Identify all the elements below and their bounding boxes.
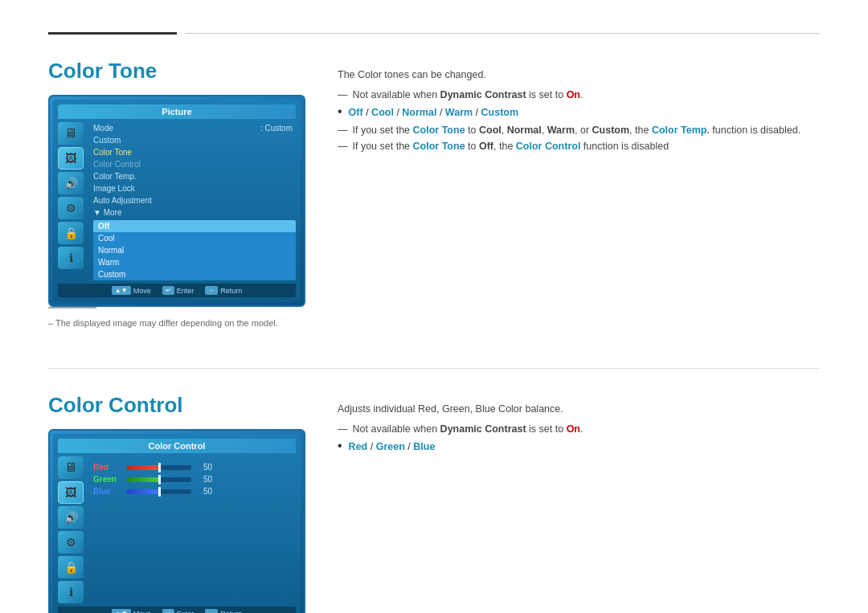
top-rule xyxy=(48,32,820,35)
return-label: Return xyxy=(220,287,242,295)
osd-menu-list: Mode : Custom Custom Color Tone xyxy=(90,122,296,219)
bullet-symbol: • xyxy=(338,105,342,118)
cc-em-dash1-symbol: — xyxy=(338,423,348,435)
gear-icon: ⚙ xyxy=(66,202,76,215)
bullet-content: Off / Cool / Normal / Warm / Custom xyxy=(349,107,518,118)
cc-link: Color Control xyxy=(516,141,581,152)
move-label: Move xyxy=(133,287,151,295)
ct-temp-link: Color Temp. xyxy=(652,125,710,136)
cc-osd-icon-sound: 🔊 xyxy=(58,506,84,529)
color-control-section: Color Control Color Control 🖥 🖼 xyxy=(48,393,820,613)
osd-icon-picture: 🖼 xyxy=(58,147,84,170)
section-divider xyxy=(48,368,820,369)
colortone-desc1: The Color tones can be changed. xyxy=(338,67,820,83)
cc-bullet-red: Red xyxy=(349,441,368,452)
color-tone-right: The Color tones can be changed. — Not av… xyxy=(338,59,820,328)
color-tone-osd-title: Picture xyxy=(58,104,296,119)
cc-red-bar xyxy=(127,465,191,470)
color-control-osd-mockup: Color Control 🖥 🖼 🔊 xyxy=(48,429,305,613)
emdash1-text: Not available when Dynamic Contrast is s… xyxy=(353,89,583,100)
cc-osd-icon-settings: ⚙ xyxy=(58,531,84,554)
cc-green-fill xyxy=(127,477,159,482)
cc-osd-icon-picture: 🖼 xyxy=(58,481,84,504)
osd-icon-monitor: 🖥 xyxy=(58,122,84,145)
cc-osd-icon-monitor: 🖥 xyxy=(58,456,84,479)
color-tone-section: Color Tone Picture 🖥 🖼 xyxy=(48,59,820,328)
osd-colortone-item: Color Tone xyxy=(90,146,296,158)
normal-bold: Normal xyxy=(507,125,542,136)
cc-move-label: Move xyxy=(133,610,151,614)
osd-imagelock-item: Image Lock xyxy=(90,182,296,194)
osd-return: ← Return xyxy=(205,286,242,295)
cc-move-button: ▲▼ xyxy=(112,609,131,613)
cc-green-label: Green xyxy=(93,475,122,484)
em-dash-symbol: — xyxy=(338,89,348,100)
cc-return-button: ← xyxy=(205,609,218,613)
cc-green-handle xyxy=(158,475,161,484)
cc-osd-enter: ↵ Enter xyxy=(162,609,194,613)
bullet-custom: Custom xyxy=(481,107,519,118)
warm-bold: Warm xyxy=(547,125,575,136)
cc-blue-bar xyxy=(127,489,191,494)
osd-dropdown-custom: Custom xyxy=(93,268,296,280)
colortone-emdash1: — Not available when Dynamic Contrast is… xyxy=(338,89,820,100)
osd-colortemp-label: Color Temp. xyxy=(93,172,137,181)
colortone-bullet: • Off / Cool / Normal / Warm / Custom xyxy=(338,105,820,118)
sound-icon: 🔊 xyxy=(64,177,78,190)
cc-on-text: On xyxy=(567,423,580,435)
osd-autoadj-item: Auto Adjustment xyxy=(90,194,296,206)
osd-enter: ↵ Enter xyxy=(162,286,194,295)
custom-bold: Custom xyxy=(592,125,630,136)
emdash2-text: If you set the Color Tone to Cool, Norma… xyxy=(353,125,801,136)
cc-sliders-panel: Red 50 Green xyxy=(90,456,296,603)
osd-imagelock-label: Image Lock xyxy=(93,184,135,193)
osd-dropdown: Off Cool Normal Warm Custom xyxy=(93,220,296,280)
osd-custom-label: Custom xyxy=(93,136,121,145)
color-tone-title: Color Tone xyxy=(48,59,305,84)
color-control-right: Adjusts individual Red, Green, Blue Colo… xyxy=(338,393,820,613)
cc-red-label: Red xyxy=(93,463,122,472)
osd-icon-settings: ⚙ xyxy=(58,197,84,219)
cc-bullet-symbol: • xyxy=(338,439,342,452)
osd-colorcontrol-item: Color Control xyxy=(90,158,296,170)
cc-red-row: Red 50 xyxy=(93,463,293,472)
cc-bullet: • Red / Green / Blue xyxy=(338,439,820,452)
cc-picture-icon: 🖼 xyxy=(65,486,76,499)
color-control-title: Color Control xyxy=(48,393,305,418)
top-rule-light xyxy=(185,33,820,34)
cc-osd-title: Color Control xyxy=(58,439,296,453)
cc-blue-row: Blue 50 xyxy=(93,487,293,496)
cc-slash1: / xyxy=(371,441,376,452)
cc-osd-return: ← Return xyxy=(205,609,242,613)
ct-link1: Color Tone xyxy=(413,125,465,136)
cc-osd-icon-info: ℹ xyxy=(58,581,84,603)
osd-colorcontrol-label: Color Control xyxy=(93,160,141,169)
emdash3-text: If you set the Color Tone to Off, the Co… xyxy=(353,141,669,152)
cc-green-value: 50 xyxy=(196,475,212,484)
color-tone-left: Color Tone Picture 🖥 🖼 xyxy=(48,59,305,328)
dynamic-contrast-bold: Dynamic Contrast xyxy=(440,89,526,100)
osd-colortemp-item: Color Temp. xyxy=(90,170,296,182)
cc-bullet-green: Green xyxy=(376,441,405,452)
color-tone-divider xyxy=(48,307,96,309)
color-control-left: Color Control Color Control 🖥 🖼 xyxy=(48,393,305,613)
info-icon: ℹ xyxy=(69,251,73,264)
cc-monitor-icon: 🖥 xyxy=(64,460,77,475)
cc-lock-icon: 🔒 xyxy=(64,561,78,574)
osd-icon-column: 🖥 🖼 🔊 ⚙ 🔒 xyxy=(58,122,87,280)
cc-osd-icon-column: 🖥 🖼 🔊 ⚙ 🔒 xyxy=(58,456,87,603)
osd-mode-value: : Custom xyxy=(260,124,293,133)
slash3: / xyxy=(440,107,445,118)
cc-enter-button: ↵ xyxy=(162,609,174,613)
bullet-cool: Cool xyxy=(371,107,394,118)
move-button: ▲▼ xyxy=(112,286,131,295)
cc-blue-fill xyxy=(127,489,159,494)
cc-red-handle xyxy=(158,463,161,472)
cool-bold: Cool xyxy=(479,125,502,136)
monitor-icon: 🖥 xyxy=(64,126,77,141)
cc-bullet-blue: Blue xyxy=(413,441,435,452)
osd-dropdown-off: Off xyxy=(93,220,296,232)
return-button: ← xyxy=(205,286,218,295)
osd-autoadj-label: Auto Adjustment xyxy=(93,196,152,205)
cc-blue-label: Blue xyxy=(93,487,122,496)
